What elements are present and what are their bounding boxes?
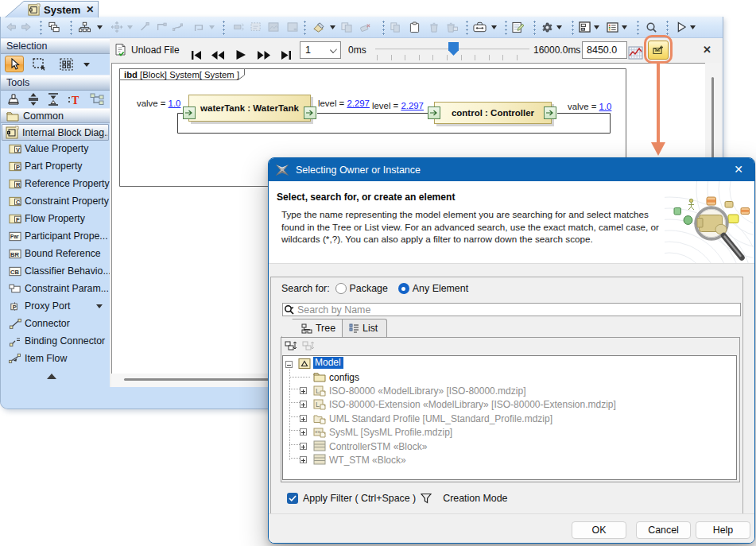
- shape-tool-icon[interactable]: [312, 18, 325, 36]
- sidebar-item-constraint-parameter[interactable]: Constraint Param...: [1, 280, 110, 297]
- path-dropdown-icon[interactable]: [209, 18, 215, 36]
- sidebar-item-constraint-property[interactable]: C Constraint Property: [1, 192, 110, 210]
- project-options-icon[interactable]: [473, 18, 487, 36]
- export-results-button[interactable]: [648, 41, 669, 60]
- port-control-valve[interactable]: [544, 106, 556, 119]
- tree-row-iso80000[interactable]: L ISO-80000 «ModelLibrary» [ISO-80000.md…: [283, 384, 736, 397]
- tree-label-iso80000-extension[interactable]: ISO-80000-Extension «ModelLibrary» [ISO-…: [329, 399, 616, 410]
- sidebar-item-classifier-behavior[interactable]: CB Classifier Behavio...: [1, 262, 110, 280]
- project-options-dropdown-icon[interactable]: [491, 18, 497, 36]
- cancel-button[interactable]: Cancel: [636, 521, 691, 539]
- vertical-compress-icon[interactable]: [45, 92, 61, 106]
- tree-row-configs[interactable]: configs: [283, 370, 736, 384]
- swap-sides-icon[interactable]: [233, 18, 244, 36]
- loop-path-icon[interactable]: [193, 18, 204, 36]
- toolbar-group-handle[interactable]: [39, 19, 43, 35]
- step-back-button[interactable]: [211, 45, 225, 64]
- sidebar-item-participant-property[interactable]: Par Participant Prope...: [1, 227, 110, 245]
- rectilinear-path-icon[interactable]: [157, 18, 167, 36]
- tab-list[interactable]: List: [343, 319, 387, 337]
- settings-gear-icon[interactable]: [541, 18, 553, 36]
- sticky-tool-icon[interactable]: [6, 92, 21, 106]
- tree-label-model[interactable]: Model: [313, 357, 343, 369]
- expand-expander-icon[interactable]: [300, 415, 307, 422]
- sidebar-item-connector[interactable]: Connector: [1, 315, 110, 332]
- run-dropdown-icon[interactable]: [690, 18, 696, 36]
- label-valve-right[interactable]: valve = 1.0: [568, 102, 611, 111]
- port-watertank-level[interactable]: [304, 106, 316, 119]
- tree-row-iso80000-extension[interactable]: L ISO-80000-Extension «ModelLibrary» [IS…: [283, 397, 736, 411]
- port-control-level[interactable]: [428, 106, 440, 119]
- help-button[interactable]: Help: [696, 521, 750, 539]
- radio-package[interactable]: [335, 283, 347, 294]
- toolbar-group-handle[interactable]: [571, 19, 575, 35]
- multi-select-button[interactable]: [58, 56, 76, 72]
- model-tree[interactable]: Model configs L ISO-80000 «ModelLibrary»…: [282, 355, 737, 480]
- filter-funnel-icon[interactable]: [421, 493, 432, 504]
- copy-shape-icon[interactable]: [341, 18, 352, 36]
- tools-panel-header[interactable]: Tools: [1, 75, 110, 91]
- oblique-path-icon[interactable]: [140, 18, 149, 36]
- slider-thumb[interactable]: [448, 42, 459, 56]
- sidebar-item-value-property[interactable]: V Value Property: [1, 140, 110, 157]
- settings-dropdown-icon[interactable]: [556, 18, 562, 36]
- port-watertank-valve[interactable]: [183, 106, 196, 119]
- sidebar-item-internal-block-diagram[interactable]: Internal Block Diag...: [2, 124, 109, 141]
- containment-tree-icon[interactable]: [48, 18, 60, 36]
- block-control[interactable]: control : Controller: [434, 102, 552, 124]
- label-level-right[interactable]: level = 2.297: [372, 101, 424, 110]
- sidebar-item-reference-property[interactable]: R Reference Property: [1, 175, 110, 192]
- document-tab[interactable]: System ✕: [5, 1, 99, 17]
- radio-any-element[interactable]: [398, 283, 409, 294]
- shape-tool-dropdown-icon[interactable]: [330, 18, 335, 36]
- legend-list-icon[interactable]: [607, 18, 618, 36]
- tree-label-iso80000[interactable]: ISO-80000 «ModelLibrary» [ISO-80000.mdzi…: [329, 385, 525, 397]
- time-slider[interactable]: [375, 40, 529, 60]
- search-name-input[interactable]: Search by Name: [282, 303, 741, 316]
- selection-dropdown-icon[interactable]: [83, 63, 90, 67]
- expand-expander-icon[interactable]: [300, 443, 307, 450]
- tree-row-model[interactable]: Model: [283, 357, 736, 370]
- creation-mode-label[interactable]: Creation Mode: [443, 493, 507, 504]
- document-tab-close-icon[interactable]: ✕: [86, 5, 94, 14]
- toolbar-group-handle[interactable]: [69, 19, 73, 35]
- toolbar-group-handle[interactable]: [303, 19, 307, 35]
- run-simulation-icon[interactable]: [677, 18, 687, 36]
- expand-selection-icon[interactable]: [285, 340, 297, 352]
- sidebar-item-proxy-port[interactable]: P Proxy Port: [1, 297, 110, 315]
- step-forward-button[interactable]: [257, 45, 271, 64]
- window-shape-icon[interactable]: [287, 18, 298, 36]
- cursor-select-button[interactable]: [5, 56, 24, 72]
- marquee-select-button[interactable]: [31, 56, 48, 72]
- frame-select-combobox[interactable]: 1: [300, 41, 341, 59]
- tree-label-sysml[interactable]: SysML [SysML Profile.mdzip]: [329, 427, 452, 438]
- structure-layout-icon[interactable]: [89, 92, 105, 106]
- sidebar-group-common[interactable]: Common: [1, 108, 110, 123]
- paste-icon[interactable]: [409, 18, 420, 36]
- apply-filter-checkbox[interactable]: [287, 493, 298, 504]
- eraser-icon[interactable]: [359, 18, 371, 36]
- sidebar-item-item-flow[interactable]: Item Flow: [1, 350, 110, 367]
- selection-panel-header[interactable]: Selection: [1, 38, 110, 54]
- dashed-box-icon[interactable]: [250, 18, 262, 36]
- tree-row-wtstm[interactable]: WT_STM «Block»: [283, 453, 736, 467]
- validation-icon[interactable]: [512, 18, 524, 36]
- tree-row-uml-standard-profile[interactable]: UML Standard Profile [UML_Standard_Profi…: [283, 412, 736, 425]
- expand-expander-icon[interactable]: [300, 387, 307, 394]
- delete-view-icon[interactable]: [446, 18, 458, 36]
- tree-label-configs[interactable]: configs: [329, 372, 359, 383]
- radio-any-element-label[interactable]: Any Element: [413, 283, 468, 294]
- align-grid-icon[interactable]: [111, 18, 122, 36]
- forward-arrow-icon[interactable]: [21, 18, 31, 36]
- toolbar-group-handle[interactable]: [665, 19, 669, 35]
- tree-row-controllerstm[interactable]: ControllerSTM «Block»: [283, 440, 736, 453]
- block-watertank[interactable]: waterTank : WaterTank: [188, 95, 311, 122]
- toolbar-group-handle[interactable]: [382, 19, 386, 35]
- sidebar-item-bound-reference[interactable]: BR Bound Reference: [1, 245, 110, 262]
- hierarchy-icon[interactable]: [79, 18, 91, 36]
- toolbar-group-handle[interactable]: [636, 19, 640, 35]
- label-valve-left[interactable]: valve = 1.0: [137, 99, 180, 108]
- legend-dropdown-icon[interactable]: [622, 18, 627, 36]
- expand-expander-icon[interactable]: [300, 401, 307, 408]
- sidebar-item-flow-property[interactable]: F Flow Property: [1, 210, 110, 227]
